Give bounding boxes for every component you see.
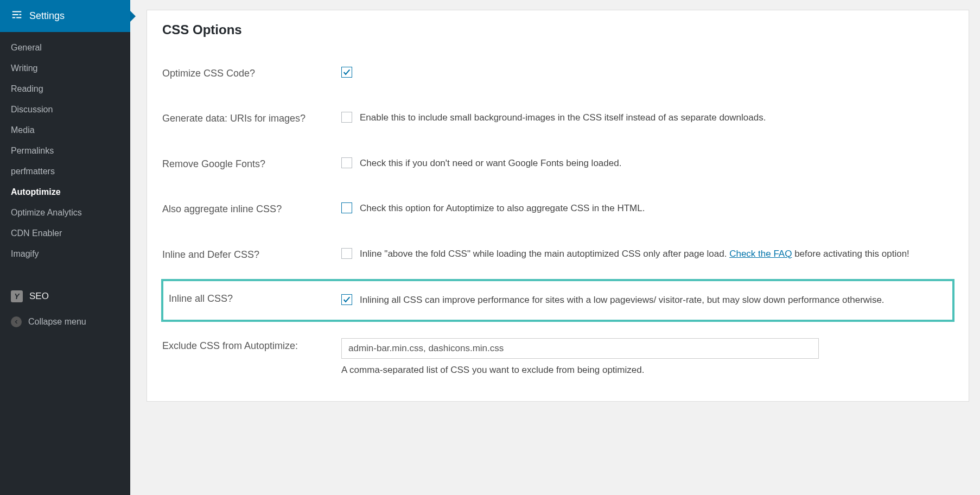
css-options-panel: CSS Options Optimize CSS Code? Generate …	[147, 10, 969, 402]
highlighted-inline-all-row: Inline all CSS? Inlining all CSS can imp…	[162, 280, 953, 321]
sidebar-item-perfmatters[interactable]: perfmatters	[0, 161, 130, 182]
sidebar-item-cdn-enabler[interactable]: CDN Enabler	[0, 223, 130, 244]
sidebar-item-seo[interactable]: Y SEO	[0, 284, 130, 309]
label-aggregate-inline: Also aggregate inline CSS?	[162, 194, 341, 239]
sidebar-item-general[interactable]: General	[0, 37, 130, 58]
sidebar-submenu: General Writing Reading Discussion Media…	[0, 32, 130, 270]
desc-inline-all: Inlining all CSS can improve performance…	[360, 293, 948, 307]
label-remove-gfonts: Remove Google Fonts?	[162, 149, 341, 194]
exclude-css-input[interactable]	[341, 338, 819, 359]
settings-sliders-icon	[11, 9, 23, 23]
faq-link[interactable]: Check the FAQ	[729, 249, 792, 259]
exclude-css-help: A comma-separated list of CSS you want t…	[341, 363, 948, 377]
yoast-seo-icon: Y	[11, 290, 23, 302]
main-content: CSS Options Optimize CSS Code? Generate …	[130, 0, 980, 495]
desc-remove-gfonts: Check this if you don't need or want Goo…	[360, 156, 948, 170]
panel-title: CSS Options	[162, 22, 953, 37]
label-inline-defer: Inline and Defer CSS?	[162, 239, 341, 270]
sidebar-header-settings[interactable]: Settings	[0, 0, 130, 32]
label-exclude-css: Exclude CSS from Autoptimize:	[162, 331, 341, 385]
checkbox-optimize-css[interactable]	[341, 67, 352, 78]
sidebar-item-writing[interactable]: Writing	[0, 58, 130, 79]
sidebar-item-media[interactable]: Media	[0, 120, 130, 141]
css-options-form: Optimize CSS Code? Generate data: URIs f…	[162, 58, 953, 385]
checkbox-remove-gfonts[interactable]	[341, 157, 352, 168]
label-inline-all: Inline all CSS?	[162, 280, 341, 321]
sidebar-item-imagify[interactable]: Imagify	[0, 244, 130, 264]
sidebar-header-label: Settings	[29, 10, 65, 22]
collapse-arrow-icon	[11, 316, 22, 327]
checkbox-inline-defer[interactable]	[341, 248, 352, 259]
desc-aggregate-inline: Check this option for Autoptimize to als…	[360, 201, 948, 215]
sidebar-item-permalinks[interactable]: Permalinks	[0, 141, 130, 161]
sidebar-item-optimize-analytics[interactable]: Optimize Analytics	[0, 202, 130, 223]
desc-inline-defer: Inline "above the fold CSS" while loadin…	[360, 247, 948, 261]
label-optimize-css: Optimize CSS Code?	[162, 58, 341, 103]
checkbox-data-uris[interactable]	[341, 112, 352, 123]
desc-data-uris: Enable this to include small background-…	[360, 111, 948, 125]
sidebar-item-reading[interactable]: Reading	[0, 79, 130, 99]
checkbox-inline-all[interactable]	[341, 294, 352, 305]
sidebar-item-autoptimize[interactable]: Autoptimize	[0, 182, 130, 202]
label-data-uris: Generate data: URIs for images?	[162, 103, 341, 149]
checkbox-aggregate-inline[interactable]	[341, 202, 352, 213]
admin-sidebar: Settings General Writing Reading Discuss…	[0, 0, 130, 495]
sidebar-item-discussion[interactable]: Discussion	[0, 99, 130, 120]
collapse-menu-button[interactable]: Collapse menu	[0, 309, 130, 335]
